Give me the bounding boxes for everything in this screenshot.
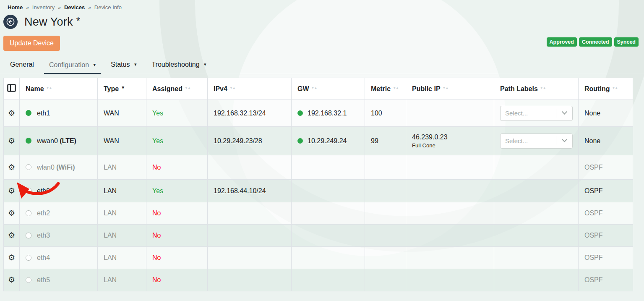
gear-icon[interactable]: ⚙ — [8, 163, 15, 172]
interface-row-eth5: ⚙eth5LANNoOSPF — [4, 269, 633, 291]
interface-name-cell: eth0 — [20, 180, 98, 202]
device-status-badges: Approved Connected Synced — [547, 37, 639, 47]
interface-path-labels-cell: Select... — [494, 100, 579, 127]
column-header-ipv4[interactable]: IPv4▼▲ — [208, 78, 292, 100]
back-button[interactable] — [3, 15, 18, 29]
interface-public-ip-cell: 46.239.0.23Full Cone — [406, 127, 494, 155]
interface-type-cell: LAN — [98, 180, 146, 202]
select-placeholder: Select... — [501, 110, 556, 117]
interface-path-labels-cell — [494, 225, 579, 247]
interface-settings-cell: ⚙ — [4, 225, 20, 247]
interface-type-cell: LAN — [98, 155, 146, 180]
interface-metric-cell — [365, 247, 406, 269]
interface-assigned-cell: No — [146, 269, 208, 291]
column-label: Metric — [371, 85, 391, 92]
interface-name: eth3 — [37, 232, 50, 239]
page-title: New York — [24, 16, 73, 29]
path-labels-select[interactable]: Select... — [500, 133, 573, 149]
nat-type-value: Full Cone — [412, 142, 490, 149]
interface-ipv4-cell — [208, 202, 292, 225]
arrow-left-circle-icon — [5, 17, 16, 27]
breadcrumb-separator: » — [58, 5, 61, 10]
link-down-dot-icon — [26, 277, 31, 283]
interface-routing-cell: OSPF — [579, 247, 633, 269]
link-down-dot-icon — [26, 233, 31, 238]
chevron-down-icon: ▾ — [204, 62, 206, 67]
sort-icon: ▼▲ — [311, 86, 317, 90]
gear-icon[interactable]: ⚙ — [8, 253, 15, 262]
interface-type-cell: LAN — [98, 269, 146, 291]
interface-row-eth3: ⚙eth3LANNoOSPF — [4, 225, 633, 247]
update-device-button[interactable]: Update Device — [3, 36, 60, 51]
sort-icon: ▼▲ — [540, 86, 546, 90]
gateway-reachable-dot-icon — [297, 110, 303, 116]
path-labels-select[interactable]: Select... — [500, 106, 573, 121]
column-settings-button[interactable] — [4, 78, 20, 100]
interface-gw-cell — [292, 269, 365, 291]
interface-row-eth4: ⚙eth4LANNoOSPF — [4, 247, 633, 269]
column-header-type[interactable]: Type▼ — [98, 78, 146, 100]
column-label: Routing — [584, 85, 610, 92]
sort-icon: ▼▲ — [393, 86, 399, 90]
interface-type-cell: LAN — [98, 225, 146, 247]
interface-ipv4-cell — [208, 155, 292, 180]
link-up-dot-icon — [26, 110, 31, 116]
interface-name-cell: eth2 — [20, 202, 98, 225]
assigned-value: Yes — [152, 110, 163, 117]
interface-assigned-cell: No — [146, 155, 208, 180]
tab-configuration[interactable]: Configuration ▾ — [44, 58, 101, 74]
column-header-metric[interactable]: Metric▼▲ — [365, 78, 406, 100]
tab-general[interactable]: General — [5, 57, 39, 74]
tab-troubleshooting[interactable]: Troubleshooting ▾ — [146, 57, 211, 74]
column-header-gw[interactable]: GW▼▲ — [292, 78, 365, 100]
gear-icon[interactable]: ⚙ — [8, 209, 15, 217]
status-badge-approved: Approved — [547, 37, 577, 47]
interface-gw-cell — [292, 155, 365, 180]
action-row: Update Device Approved Connected Synced — [3, 36, 644, 51]
column-header-name[interactable]: Name▼▲ — [20, 78, 98, 100]
breadcrumb-inventory[interactable]: Inventory — [32, 4, 55, 10]
table-header-row: Name▼▲Type▼Assigned▼▲IPv4▼▲GW▼▲Metric▼▲P… — [4, 78, 633, 100]
gear-icon[interactable]: ⚙ — [8, 136, 15, 145]
interface-ipv4-cell: 10.29.249.23/28 — [208, 127, 292, 155]
interface-gw-cell: 10.29.249.24 — [292, 127, 365, 155]
column-header-path-labels[interactable]: Path Labels▼▲ — [494, 78, 579, 100]
gear-icon[interactable]: ⚙ — [8, 275, 15, 284]
interface-name-cell: wlan0 (WiFi) — [20, 155, 98, 180]
assigned-value: No — [152, 232, 161, 239]
breadcrumb-home[interactable]: Home — [8, 4, 23, 10]
link-down-dot-icon — [26, 164, 31, 170]
interface-name: eth4 — [37, 254, 50, 261]
gear-icon[interactable]: ⚙ — [8, 109, 15, 118]
interface-metric-cell — [365, 180, 406, 202]
sort-icon: ▼▲ — [46, 86, 52, 90]
gateway-reachable-dot-icon — [297, 138, 303, 144]
gear-icon[interactable]: ⚙ — [8, 231, 15, 240]
interface-name: eth0 — [37, 187, 50, 194]
interface-row-eth1: ⚙eth1WANYes192.168.32.13/24192.168.32.11… — [4, 100, 633, 127]
interface-type-cell: WAN — [98, 100, 146, 127]
chevron-shape — [562, 109, 567, 115]
interface-gw-cell: 192.168.32.1 — [292, 100, 365, 127]
column-header-public-ip[interactable]: Public IP▼▲ — [406, 78, 494, 100]
interface-path-labels-cell: Select... — [494, 127, 579, 155]
gear-icon[interactable]: ⚙ — [8, 186, 15, 195]
column-label: IPv4 — [214, 85, 227, 92]
column-header-routing[interactable]: Routing▼▲ — [579, 78, 633, 100]
interface-metric-cell: 100 — [365, 100, 406, 127]
interface-gw-cell — [292, 247, 365, 269]
interface-ipv4-cell — [208, 225, 292, 247]
assigned-value: No — [152, 276, 161, 283]
column-header-assigned[interactable]: Assigned▼▲ — [146, 78, 208, 100]
interface-assigned-cell: No — [146, 202, 208, 225]
interface-name-cell: eth4 — [20, 247, 98, 269]
column-label: Public IP — [412, 85, 441, 92]
interface-gw-cell — [292, 225, 365, 247]
interface-type-cell: WAN — [98, 127, 146, 155]
column-label: Type — [104, 85, 119, 92]
tab-status[interactable]: Status ▾ — [106, 57, 141, 74]
interface-name: eth5 — [37, 276, 50, 283]
breadcrumb-devices[interactable]: Devices — [64, 4, 85, 10]
interface-name: wlan0 (WiFi) — [37, 164, 75, 171]
interface-settings-cell: ⚙ — [4, 180, 20, 202]
